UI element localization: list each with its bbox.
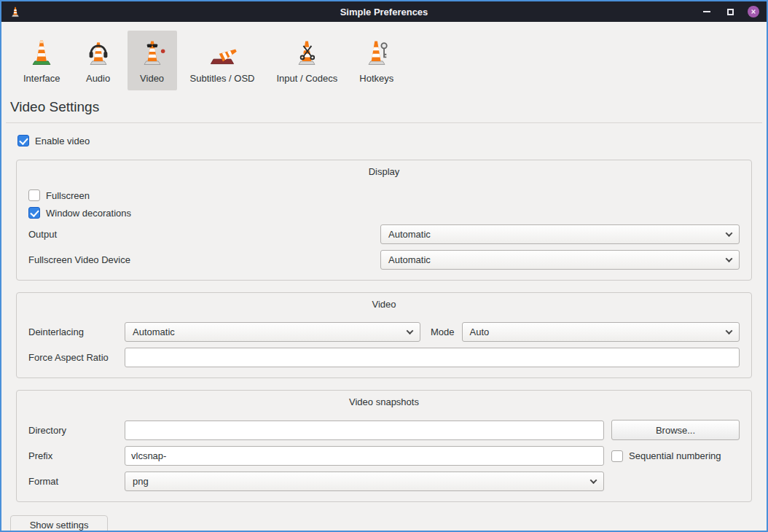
output-label: Output [28, 229, 57, 240]
chevron-down-icon [726, 255, 733, 262]
display-group: Display Fullscreen Window decorations Ou… [16, 160, 752, 281]
force-aspect-ratio-input[interactable] [125, 348, 740, 367]
window-decorations-checkbox[interactable]: Window decorations [28, 207, 740, 219]
checkbox-unchecked-icon [28, 189, 40, 201]
tab-subtitles-osd[interactable]: Subtitles / OSD [181, 31, 264, 90]
prefix-label: Prefix [28, 450, 125, 461]
page-title: Video Settings [10, 99, 758, 122]
minimize-icon [703, 11, 710, 12]
output-dropdown[interactable]: Automatic [380, 224, 740, 244]
tab-hotkeys[interactable]: Hotkeys [350, 31, 402, 90]
show-settings-group: Show settings Simple All [10, 515, 108, 532]
heading-separator [6, 122, 762, 123]
mode-value: Auto [470, 326, 490, 337]
window-title: Simple Preferences [1, 7, 767, 17]
tab-audio[interactable]: Audio [74, 31, 123, 90]
sequential-numbering-checkbox[interactable]: Sequential numbering [611, 450, 721, 462]
checkbox-checked-icon [28, 207, 40, 219]
tab-interface[interactable]: Interface [15, 31, 69, 90]
snapshot-directory-input[interactable] [125, 420, 604, 440]
format-value: png [133, 476, 149, 487]
enable-video-checkbox[interactable]: Enable video [17, 135, 751, 146]
codecs-cone-icon [291, 36, 323, 69]
fullscreen-device-value: Automatic [388, 254, 431, 265]
chevron-down-icon [590, 477, 597, 484]
directory-label: Directory [28, 425, 125, 436]
browse-button[interactable]: Browse... [611, 420, 740, 440]
restore-button[interactable] [724, 6, 736, 17]
tab-label: Audio [86, 73, 110, 84]
tab-label: Interface [23, 73, 60, 84]
subtitles-cone-icon [206, 36, 238, 69]
vlc-cone-icon [9, 5, 22, 18]
deinterlace-mode-dropdown[interactable]: Auto [462, 322, 740, 342]
tab-label: Hotkeys [359, 73, 393, 84]
fullscreen-checkbox[interactable]: Fullscreen [28, 189, 740, 201]
close-button[interactable] [748, 6, 759, 17]
video-group-title: Video [23, 296, 745, 316]
mode-label: Mode [431, 326, 455, 337]
window-decorations-label: Window decorations [46, 208, 131, 219]
video-group: Video Deinterlacing Automatic Mode Auto … [16, 292, 752, 378]
force-aspect-ratio-label: Force Aspect Ratio [28, 352, 125, 363]
video-cone-icon [136, 36, 168, 69]
video-snapshots-group: Video snapshots Directory Browse... Pref… [16, 390, 752, 502]
minimize-button[interactable] [701, 6, 713, 17]
audio-cone-icon [82, 36, 114, 69]
preferences-window: Simple Preferences Inter [0, 0, 768, 532]
category-toolbar: Interface Audio [1, 22, 767, 90]
chevron-down-icon [726, 327, 733, 335]
restore-icon [727, 9, 734, 15]
tab-label: Input / Codecs [276, 73, 337, 84]
display-group-title: Display [23, 163, 745, 184]
snapshots-group-title: Video snapshots [23, 394, 745, 414]
checkbox-checked-icon [17, 135, 29, 146]
deinterlacing-dropdown[interactable]: Automatic [125, 322, 420, 342]
close-icon [748, 6, 759, 17]
snapshot-prefix-input[interactable] [125, 446, 604, 466]
chevron-down-icon [407, 327, 414, 335]
sequential-numbering-label: Sequential numbering [629, 450, 721, 461]
fullscreen-label: Fullscreen [46, 190, 90, 201]
output-value: Automatic [388, 229, 431, 240]
deinterlacing-label: Deinterlacing [28, 326, 125, 337]
show-settings-title: Show settings [18, 520, 100, 532]
titlebar[interactable]: Simple Preferences [1, 1, 767, 22]
footer: Show settings Simple All Reset Preferenc… [1, 508, 767, 532]
snapshot-format-dropdown[interactable]: png [125, 472, 604, 491]
chevron-down-icon [726, 230, 733, 237]
interface-cone-icon [26, 36, 58, 69]
deinterlacing-value: Automatic [133, 326, 175, 337]
tab-video[interactable]: Video [128, 31, 177, 90]
format-label: Format [28, 476, 125, 487]
enable-video-label: Enable video [35, 136, 90, 146]
checkbox-unchecked-icon [611, 450, 623, 462]
hotkeys-cone-icon [361, 36, 393, 69]
tab-input-codecs[interactable]: Input / Codecs [267, 31, 346, 90]
fullscreen-device-dropdown[interactable]: Automatic [380, 250, 740, 270]
fullscreen-device-label: Fullscreen Video Device [28, 254, 130, 265]
tab-label: Subtitles / OSD [190, 73, 255, 84]
tab-label: Video [140, 73, 164, 84]
